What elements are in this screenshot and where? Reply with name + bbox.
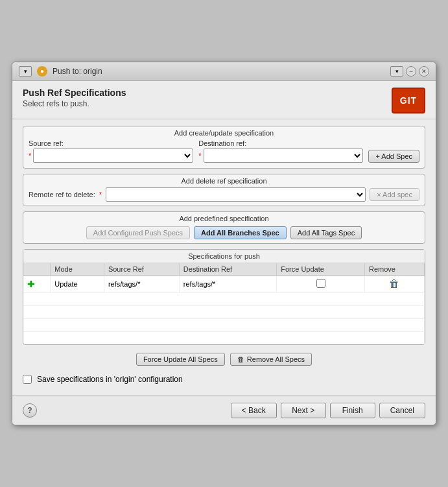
shade-btn[interactable]: ▾ xyxy=(390,66,403,77)
dest-ref-label: Destination ref: xyxy=(198,139,363,147)
empty-row-2 xyxy=(23,305,425,318)
specs-table-header: Mode Source Ref Destination Ref Force Up… xyxy=(23,263,425,276)
row-source-cell: refs/tags/* xyxy=(104,275,179,292)
force-update-checkbox[interactable] xyxy=(316,279,325,288)
save-config-label: Save specifications in 'origin' configur… xyxy=(37,375,183,384)
col-mode xyxy=(23,263,51,276)
table-action-buttons: Force Update All Specs 🗑 Remove All Spec… xyxy=(23,350,425,371)
source-required-star: * xyxy=(29,152,31,160)
remove-all-icon: 🗑 xyxy=(237,355,244,363)
empty-row-4 xyxy=(23,331,425,344)
save-config-row: Save specifications in 'origin' configur… xyxy=(23,371,425,389)
delete-title: Add delete ref specification xyxy=(23,174,425,186)
content-area: Add create/update specification Source r… xyxy=(12,119,436,396)
add-configured-specs-button[interactable]: Add Configured Push Specs xyxy=(86,226,190,239)
back-button[interactable]: < Back xyxy=(231,403,277,418)
git-logo: GIT xyxy=(392,88,425,113)
dest-required-star: * xyxy=(198,152,201,160)
add-spec-button[interactable]: + Add Spec xyxy=(368,150,419,163)
header-text: Push Ref Specifications Select refs to p… xyxy=(23,88,126,108)
row-mode-cell: Update xyxy=(51,275,104,292)
delete-section: Add delete ref specification Remote ref … xyxy=(23,174,425,206)
dest-ref-group: Destination ref: * xyxy=(198,139,363,163)
row-dest-ref: refs/tags/* xyxy=(183,280,216,288)
predefined-title: Add predefined specification xyxy=(23,212,425,224)
row-source-ref: refs/tags/* xyxy=(108,280,141,288)
save-config-checkbox[interactable] xyxy=(23,375,32,384)
page-title: Push Ref Specifications xyxy=(23,88,126,98)
specs-table-title: Specifications for push xyxy=(23,250,425,263)
predefined-section: Add predefined specification Add Configu… xyxy=(23,211,425,244)
remote-ref-select[interactable] xyxy=(106,187,366,202)
source-ref-select[interactable] xyxy=(33,148,193,163)
specs-table-body: ✚ Update refs/tags/* refs/tags/* 🗑 xyxy=(23,275,425,344)
titlebar: ▾ ● Push to: origin ▾ – ✕ xyxy=(12,62,436,81)
delete-required-star: * xyxy=(99,191,102,198)
remove-row-button[interactable]: 🗑 xyxy=(389,278,399,290)
remove-all-label: Remove All Specs xyxy=(247,355,305,363)
nav-bar: ? < Back Next > Finish Cancel xyxy=(12,396,436,425)
window-title: Push to: origin xyxy=(53,67,102,76)
next-button[interactable]: Next > xyxy=(281,403,326,418)
row-mode: Update xyxy=(54,280,77,288)
col-force-update: Force Update xyxy=(277,263,365,276)
cancel-button[interactable]: Cancel xyxy=(379,403,425,418)
specs-table: Mode Source Ref Destination Ref Force Up… xyxy=(23,263,425,345)
col-remove: Remove xyxy=(364,263,424,276)
close-btn[interactable]: ✕ xyxy=(419,66,429,77)
col-mode-label: Mode xyxy=(51,263,104,276)
finish-button[interactable]: Finish xyxy=(330,403,375,418)
trash-icon: 🗑 xyxy=(389,278,399,289)
main-window: ▾ ● Push to: origin ▾ – ✕ Push Ref Speci… xyxy=(12,62,436,426)
row-remove-cell: 🗑 xyxy=(364,275,424,292)
table-row: ✚ Update refs/tags/* refs/tags/* 🗑 xyxy=(23,275,425,292)
nav-buttons: < Back Next > Finish Cancel xyxy=(231,403,425,418)
dest-ref-select[interactable] xyxy=(204,148,364,163)
titlebar-left: ▾ ● Push to: origin xyxy=(19,66,102,77)
col-dest-ref: Destination Ref xyxy=(179,263,276,276)
row-dest-cell: refs/tags/* xyxy=(179,275,276,292)
add-delete-spec-button[interactable]: × Add spec xyxy=(370,188,419,201)
add-branches-spec-button[interactable]: Add All Branches Spec xyxy=(194,226,287,239)
header-area: Push Ref Specifications Select refs to p… xyxy=(12,81,436,119)
row-add-icon: ✚ xyxy=(27,279,35,289)
titlebar-controls: ▾ – ✕ xyxy=(390,66,429,77)
force-update-all-button[interactable]: Force Update All Specs xyxy=(136,353,225,366)
empty-row-1 xyxy=(23,292,425,305)
create-update-section: Add create/update specification Source r… xyxy=(23,126,425,169)
page-subtitle: Select refs to push. xyxy=(23,99,126,108)
row-icon-cell: ✚ xyxy=(23,275,51,292)
source-ref-label: Source ref: xyxy=(29,139,193,147)
create-update-title: Add create/update specification xyxy=(23,126,425,138)
add-tags-spec-button[interactable]: Add All Tags Spec xyxy=(290,226,362,239)
col-source-ref: Source Ref xyxy=(104,263,179,276)
specs-table-box: Specifications for push Mode Source Ref … xyxy=(23,249,425,346)
predefined-buttons-row: Add Configured Push Specs Add All Branch… xyxy=(23,224,425,243)
app-icon: ● xyxy=(37,66,47,77)
empty-row-3 xyxy=(23,318,425,331)
minimize-btn[interactable]: – xyxy=(406,66,416,77)
remote-ref-label: Remote ref to delete: xyxy=(29,191,95,198)
source-ref-group: Source ref: * xyxy=(29,139,193,163)
help-button[interactable]: ? xyxy=(23,403,37,418)
remove-all-specs-button[interactable]: 🗑 Remove All Specs xyxy=(230,353,312,366)
row-force-update-cell xyxy=(277,275,365,292)
window-menu-btn[interactable]: ▾ xyxy=(19,66,32,77)
